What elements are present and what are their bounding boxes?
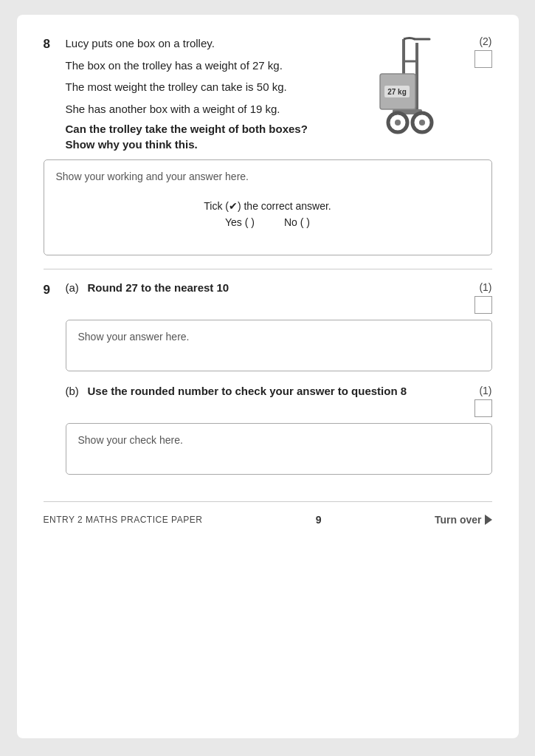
q8-marks-label: (2) <box>479 35 491 47</box>
turn-over: Turn over <box>435 514 492 526</box>
q8-working-prompt: Show your working and your answer here. <box>56 171 480 182</box>
q9a-label: (a) <box>66 281 88 294</box>
q9b-marks-label: (1) <box>479 385 491 396</box>
q9b-answer-box[interactable]: Show your check here. <box>66 423 492 475</box>
q8-working-box[interactable]: Show your working and your answer here. … <box>44 159 492 255</box>
q8-bold2: Show why you think this. <box>66 138 345 151</box>
q9a-marks-label: (1) <box>479 281 491 293</box>
q9a-answer-box[interactable]: Show your answer here. <box>66 320 492 371</box>
section-divider <box>44 269 492 269</box>
arrow-right-icon <box>485 515 492 525</box>
q9a-answer-prompt: Show your answer here. <box>78 331 480 343</box>
q9a-text: Round 27 to the nearest 10 <box>88 281 229 294</box>
svg-point-7 <box>395 120 401 126</box>
q8-line3: The most weight the trolley can take is … <box>66 79 345 96</box>
question-8-number: 8 <box>44 37 66 52</box>
no-option[interactable]: No ( ) <box>284 216 310 228</box>
yes-label: Yes ( ) <box>225 216 255 228</box>
q8-line1: Lucy puts one box on a trolley. <box>66 35 345 52</box>
q9b-text: Use the rounded number to check your ans… <box>88 385 407 397</box>
q9a-marks-box <box>474 296 492 314</box>
footer-title: ENTRY 2 MATHS PRACTICE PAPER <box>44 515 203 525</box>
page-number: 9 <box>316 514 322 526</box>
svg-point-9 <box>419 120 425 126</box>
yes-option[interactable]: Yes ( ) <box>225 216 255 228</box>
trolley-image: 27 kg <box>359 35 455 131</box>
no-label: No ( ) <box>284 216 310 228</box>
q9b-marks-box <box>474 399 492 417</box>
svg-text:27 kg: 27 kg <box>387 88 407 96</box>
q9b-label: (b) <box>66 385 88 397</box>
q9b-answer-prompt: Show your check here. <box>78 434 480 446</box>
q8-line4: She has another box with a weight of 19 … <box>66 101 345 118</box>
q8-bold1: Can the trolley take the weight of both … <box>66 123 345 135</box>
q8-line2: The box on the trolley has a weight of 2… <box>66 58 345 75</box>
page-footer: ENTRY 2 MATHS PRACTICE PAPER 9 Turn over <box>44 501 492 526</box>
question-9-number: 9 <box>44 283 66 298</box>
q8-marks-box <box>474 50 492 68</box>
tick-instruction: Tick (✔) the correct answer. <box>56 200 480 212</box>
